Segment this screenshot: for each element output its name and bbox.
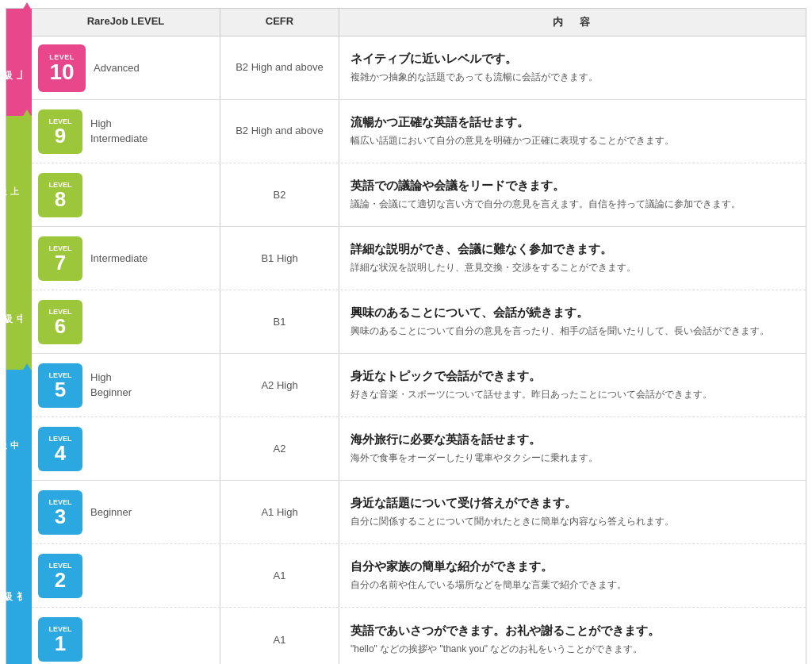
cell-content-6: 興味のあることについて、会話が続きます。 興味のあることについて自分の意見を言っ… [339,290,806,353]
cell-rarejob-advanced: LEVEL 10 Advanced [32,36,220,99]
cell-rarejob-int-bottom: LEVEL 6 [32,290,220,353]
content-main-9: 流暢かつ正確な英語を話せます。 [350,115,795,130]
group-label-hi: HighIntermediate [90,117,147,145]
group-label-int: Intermediate [90,252,147,264]
cell-rarejob-int-top: LEVEL 7 Intermediate [32,227,220,290]
side-label-shokyu: 初級 [6,497,22,664]
cell-content-2: 自分や家族の簡単な紹介ができます。 自分の名前や住んでいる場所などを簡単な言葉で… [339,544,806,607]
level-badge-10: LEVEL 10 [38,44,86,92]
header-content: 内 容 [339,9,806,36]
group-label-advanced: Advanced [94,62,140,74]
cell-cefr-hi-top: B2 High and above [220,100,339,163]
content-main-10: ネイティブに近いレベルです。 [350,52,795,67]
cell-content-1: 英語であいさつができます。お礼や謝ることができます。 "hello" などの挨拶… [339,608,806,664]
content-main-8: 英語での議論や会議をリードできます。 [350,178,795,194]
content-sub-5: 好きな音楽・スポーツについて話せます。昨日あったことについて会話ができます。 [350,387,795,401]
level-badge-2: LEVEL 2 [38,554,82,598]
content-main-5: 身近なトピックで会話ができます。 [350,369,795,384]
level-badge-6: LEVEL 6 [38,300,82,344]
content-main-3: 身近な話題について受け答えができます。 [350,496,795,511]
table-row: LEVEL 9 HighIntermediate B2 High and abo… [32,100,806,163]
content-sub-7: 詳細な状況を説明したり、意見交換・交渉をすることができます。 [350,260,795,274]
cell-cefr-4: A2 [220,417,339,480]
level-badge-9: LEVEL 9 [38,109,82,154]
level-badge-7: LEVEL 7 [38,236,82,281]
cell-rarejob-hb-bottom: LEVEL 4 [32,417,220,480]
cell-cefr-2: A1 [220,544,339,607]
content-main-6: 興味のあることについて、会話が続きます。 [350,305,795,320]
side-label-shochukyu: 初中級 [6,370,22,497]
group-label-hb: HighBeginner [90,370,132,399]
content-sub-9: 幅広い話題において自分の意見を明確かつ正確に表現することができます。 [350,133,795,148]
table-row: LEVEL 4 A2 海外旅行に必要な英語を話せます。 海外で食事をオーダーした… [32,417,806,481]
side-label-chujokyu: 中上級 [6,116,22,243]
table-row: LEVEL 1 A1 英語であいさつができます。お礼や謝ることができます。 "h… [32,608,806,664]
level-badge-5: LEVEL 5 [38,363,82,408]
level-badge-1: LEVEL 1 [38,617,82,662]
level-badge-4: LEVEL 4 [38,427,82,471]
content-sub-6: 興味のあることについて自分の意見を言ったり、相手の話を聞いたりして、長い会話がで… [350,324,795,338]
content-sub-2: 自分の名前や住んでいる場所などを簡単な言葉で紹介できます。 [350,578,795,592]
arrow-blue [22,370,32,664]
table-row: LEVEL 7 Intermediate B1 High 詳細な説明ができ、会議… [32,227,806,290]
cell-content-4: 海外旅行に必要な英語を話せます。 海外で食事をオーダーしたり電車やタクシーに乗れ… [339,417,806,480]
cell-content-advanced: ネイティブに近いレベルです。 複雑かつ抽象的な話題であっても流暢に会話ができます… [339,36,806,99]
arrow-pink [22,9,32,116]
header-cefr: CEFR [220,9,339,36]
content-sub-4: 海外で食事をオーダーしたり電車やタクシーに乗れます。 [350,451,795,465]
table-row: LEVEL 10 Advanced B2 High and above ネイティ… [32,36,806,100]
table-row: LEVEL 5 HighBeginner A2 High 身近なトピックで会話が… [32,354,806,417]
table-row: LEVEL 8 B2 英語での議論や会議をリードできます。 議論・会議にて適切な… [32,163,806,227]
content-sub-3: 自分に関係することについて聞かれたときに簡単な内容なら答えられます。 [350,514,795,528]
level-badge-3: LEVEL 3 [38,490,82,535]
cell-cefr-advanced: B2 High and above [220,36,339,99]
cell-rarejob-hb-top: LEVEL 5 HighBeginner [32,354,220,416]
cell-rarejob-beg-mid: LEVEL 2 [32,544,220,607]
content-sub-1: "hello" などの挨拶や "thank you" などのお礼をいうことができ… [350,642,795,656]
header-rarejob: RareJob LEVEL [32,9,220,36]
table-row: LEVEL 6 B1 興味のあることについて、会話が続きます。 興味のあることに… [32,290,806,354]
content-sub-8: 議論・会議にて適切な言い方で自分の意見を言えます。自信を持って議論に参加できます… [350,197,795,211]
content-main-7: 詳細な説明ができ、会議に難なく参加できます。 [350,242,795,257]
cell-rarejob-hi-top: LEVEL 9 HighIntermediate [32,100,220,163]
table-header: RareJob LEVEL CEFR 内 容 [32,9,806,36]
content-main-4: 海外旅行に必要な英語を話せます。 [350,432,795,447]
cell-content-7: 詳細な説明ができ、会議に難なく参加できます。 詳細な状況を説明したり、意見交換・… [339,227,806,290]
cell-cefr-7: B1 High [220,227,339,290]
cell-content-5: 身近なトピックで会話ができます。 好きな音楽・スポーツについて話せます。昨日あっ… [339,354,806,416]
content-sub-10: 複雑かつ抽象的な話題であっても流暢に会話ができます。 [350,70,795,84]
cell-cefr-5: A2 High [220,354,339,416]
cell-cefr-6: B1 [220,290,339,353]
cell-content-8: 英語での議論や会議をリードできます。 議論・会議にて適切な言い方で自分の意見を言… [339,163,806,226]
cell-rarejob-hi-bottom: LEVEL 8 [32,163,220,226]
cell-rarejob-beg-bottom: LEVEL 1 [32,608,220,664]
side-label-chukyu: 中級 [6,243,22,370]
content-main-2: 自分や家族の簡単な紹介ができます。 [350,559,795,574]
side-label-jokyu: 上級 [6,9,22,116]
arrow-green [22,116,32,370]
cell-cefr-1: A1 [220,608,339,664]
content-main-1: 英語であいさつができます。お礼や謝ることができます。 [350,624,795,639]
table-row: LEVEL 3 Beginner A1 High 身近な話題について受け答えがで… [32,481,806,544]
cell-cefr-8: B2 [220,163,339,226]
cell-content-9: 流暢かつ正確な英語を話せます。 幅広い話題において自分の意見を明確かつ正確に表現… [339,100,806,163]
level-badge-8: LEVEL 8 [38,173,82,217]
cell-cefr-3: A1 High [220,481,339,543]
table-row: LEVEL 2 A1 自分や家族の簡単な紹介ができます。 自分の名前や住んでいる… [32,544,806,608]
cell-rarejob-beg-top: LEVEL 3 Beginner [32,481,220,543]
cell-content-3: 身近な話題について受け答えができます。 自分に関係することについて聞かれたときに… [339,481,806,543]
group-label-beg: Beginner [90,506,132,518]
